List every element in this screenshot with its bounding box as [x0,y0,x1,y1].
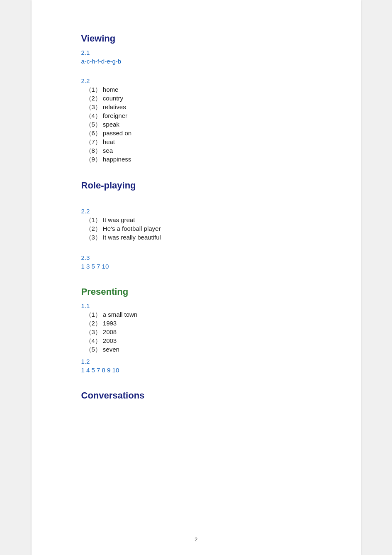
subsection-2-2-role: 2.2 （1） It was great （2） He's a football… [81,208,311,242]
subsection-label-2-2-viewing: 2.2 [81,77,311,84]
item-val: a small town [103,311,137,318]
list-item: （7） heat [85,138,311,146]
list-item: （2） 1993 [85,320,311,328]
item-num: （3） [85,234,101,242]
list-item: （4） foreigner [85,112,311,120]
list-item: （6） passed on [85,130,311,137]
list-item: （4） 2003 [85,337,311,345]
list-item: （5） seven [85,346,311,354]
subsection-label-2-1: 2.1 [81,49,311,56]
item-val: It was great [103,216,135,223]
subsection-2-3: 2.3 1 3 5 7 10 [81,254,311,270]
page: Viewing 2.1 a-c-h-f-d-e-g-b 2.2 （1） home… [32,0,361,555]
section-presenting: Presenting 1.1 （1） a small town （2） 1993… [81,286,311,374]
item-num: （4） [85,112,101,120]
list-item: （3） 2008 [85,328,311,336]
item-val: He's a football player [103,225,161,232]
item-val: 2003 [103,337,117,344]
item-val: happiness [103,156,131,163]
page-number: 2 [195,536,197,543]
subsection-label-1-1: 1.1 [81,302,311,309]
list-item: （3） It was really beautiful [85,234,311,242]
list-item: （1） It was great [85,216,311,224]
section-title-role-playing: Role-playing [81,180,311,191]
item-val: home [103,86,119,93]
subsection-2-2-viewing: 2.2 （1） home （2） country （3） relatives （… [81,77,311,164]
subsection-label-1-2: 1.2 [81,358,311,365]
section-title-viewing: Viewing [81,33,311,44]
list-item: （8） sea [85,147,311,155]
list-item: （9） happiness [85,156,311,164]
item-val: sea [103,147,113,154]
section-conversations: Conversations [81,390,311,401]
item-val: relatives [103,103,126,110]
answer-inline-2-3: 1 3 5 7 10 [81,263,311,270]
item-num: （2） [85,95,101,103]
item-num: （5） [85,121,101,129]
item-num: （3） [85,103,101,111]
subsection-1-1: 1.1 （1） a small town （2） 1993 （3） 2008 （… [81,302,311,354]
item-num: （1） [85,86,101,94]
item-val: heat [103,138,115,145]
item-num: （2） [85,320,101,328]
list-item: （2） country [85,95,311,103]
section-title-presenting: Presenting [81,286,311,297]
item-num: （1） [85,311,101,319]
item-num: （8） [85,147,101,155]
answer-inline-1-2: 1 4 5 7 8 9 10 [81,367,311,374]
section-viewing: Viewing 2.1 a-c-h-f-d-e-g-b 2.2 （1） home… [81,33,311,164]
subsection-1-2: 1.2 1 4 5 7 8 9 10 [81,358,311,374]
section-role-playing: Role-playing 2.2 （1） It was great （2） He… [81,180,311,270]
section-title-conversations: Conversations [81,390,311,401]
list-item: （1） a small town [85,311,311,319]
subsection-2-1: 2.1 a-c-h-f-d-e-g-b [81,49,311,65]
item-val: It was really beautiful [103,234,161,241]
item-num: （5） [85,346,101,354]
item-val: seven [103,346,119,353]
item-num: （6） [85,130,101,137]
list-item: （1） home [85,86,311,94]
list-item: （2） He's a football player [85,225,311,233]
item-val: 2008 [103,328,117,335]
item-val: passed on [103,130,131,137]
item-val: speak [103,121,119,128]
item-num: （1） [85,216,101,224]
item-num: （7） [85,138,101,146]
subsection-label-role-2-2: 2.2 [81,208,311,215]
item-val: foreigner [103,112,127,119]
item-val: country [103,95,123,102]
list-item: （5） speak [85,121,311,129]
item-num: （9） [85,156,101,164]
item-num: （3） [85,328,101,336]
item-num: （2） [85,225,101,233]
list-item: （3） relatives [85,103,311,111]
item-val: 1993 [103,320,117,327]
item-num: （4） [85,337,101,345]
answer-inline-2-1: a-c-h-f-d-e-g-b [81,58,311,65]
subsection-label-2-3: 2.3 [81,254,311,261]
